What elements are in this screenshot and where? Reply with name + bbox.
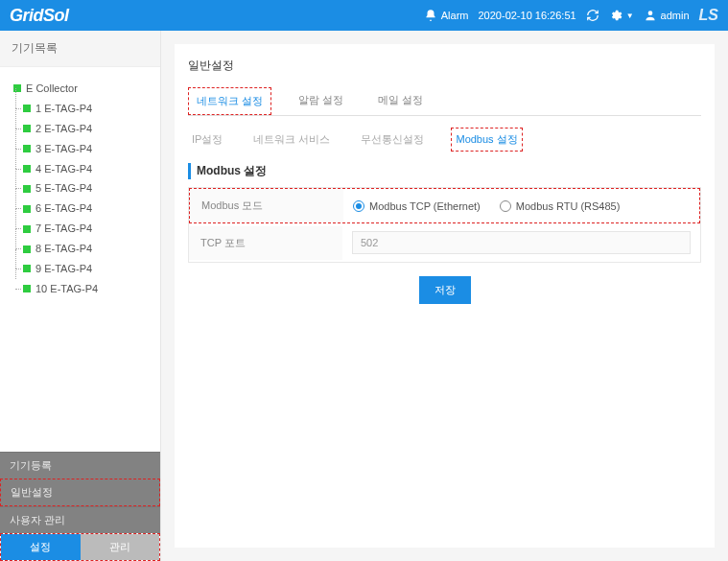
status-icon (23, 225, 31, 233)
user-label: admin (661, 10, 690, 21)
secondary-tabs: IP설정 네트워크 서비스 무선통신설정 Modbus 설정 (188, 128, 701, 152)
status-icon (23, 125, 31, 132)
port-value (342, 223, 700, 262)
tab-alarm[interactable]: 알람 설정 (291, 87, 351, 115)
device-tree: E Collector 1 E-TAG-P4 2 E-TAG-P4 3 E-TA… (0, 67, 160, 452)
alarm-indicator[interactable]: Alarm (424, 9, 469, 22)
status-icon (23, 185, 31, 193)
tree-item[interactable]: 10 E-TAG-P4 (13, 279, 149, 299)
tree-item-label: 6 E-TAG-P4 (35, 199, 92, 219)
tab-modbus[interactable]: Modbus 설정 (451, 128, 522, 152)
bell-icon (424, 9, 437, 22)
tree-root-label: E Collector (26, 79, 78, 99)
tree-item-label: 8 E-TAG-P4 (35, 239, 92, 259)
svg-point-0 (647, 11, 652, 15)
primary-tabs: 네트워크 설정 알람 설정 메일 설정 (188, 87, 701, 116)
status-icon (23, 245, 31, 253)
form-row-mode: Modbus 모드 Modbus TCP (Ethernet) Modbus R… (189, 188, 700, 223)
user-icon (644, 9, 657, 22)
tree-item-label: 1 E-TAG-P4 (35, 99, 92, 119)
status-icon (23, 105, 31, 112)
content-panel: 일반설정 네트워크 설정 알람 설정 메일 설정 IP설정 네트워크 서비스 무… (175, 44, 715, 548)
refresh-icon (586, 9, 599, 22)
sidebar-bottom-menu: 기기등록 일반설정 사용자 관리 설정 관리 (0, 452, 160, 561)
sidebar-title: 기기목록 (0, 31, 160, 67)
user-menu[interactable]: admin (644, 9, 690, 22)
tab-settings[interactable]: 설정 (1, 534, 81, 560)
sidebar-item-general-settings[interactable]: 일반설정 (0, 479, 160, 506)
tree-item-label: 2 E-TAG-P4 (35, 119, 92, 139)
tree-item[interactable]: 3 E-TAG-P4 (13, 139, 149, 159)
tree-item[interactable]: 7 E-TAG-P4 (13, 219, 149, 239)
sidebar-tabs: 설정 관리 (0, 533, 160, 561)
status-icon (23, 145, 31, 152)
ls-logo: LS (699, 7, 718, 24)
radio-label: Modbus RTU (RS485) (516, 200, 621, 212)
tree-item-label: 9 E-TAG-P4 (35, 259, 92, 279)
sidebar-item-device-register[interactable]: 기기등록 (0, 452, 160, 479)
datetime-display: 2020-02-10 16:26:51 (479, 10, 576, 21)
mode-label: Modbus 모드 (190, 189, 343, 222)
form-row-port: TCP 포트 (189, 223, 700, 262)
tree-item-label: 10 E-TAG-P4 (35, 279, 98, 299)
tree-item-label: 3 E-TAG-P4 (35, 139, 92, 159)
form-actions: 저장 (188, 276, 701, 304)
radio-icon (353, 200, 364, 212)
modbus-form: Modbus 모드 Modbus TCP (Ethernet) Modbus R… (188, 187, 701, 263)
save-button[interactable]: 저장 (419, 276, 471, 304)
sidebar-item-user-manage[interactable]: 사용자 관리 (0, 506, 160, 533)
sidebar: 기기목록 E Collector 1 E-TAG-P4 2 E-TAG-P4 3… (0, 31, 161, 561)
tree-item[interactable]: 5 E-TAG-P4 (13, 178, 149, 199)
tree-item-label: 4 E-TAG-P4 (35, 159, 92, 179)
settings-button[interactable]: ▼ (609, 9, 634, 22)
tree-item[interactable]: 2 E-TAG-P4 (13, 119, 149, 139)
tree-item[interactable]: 4 E-TAG-P4 (13, 159, 149, 179)
brand-logo: GridSol (10, 6, 69, 26)
tab-netservice[interactable]: 네트워크 서비스 (249, 129, 334, 151)
radio-icon (500, 200, 511, 212)
tree-item-label: 7 E-TAG-P4 (35, 219, 92, 239)
alarm-label: Alarm (441, 10, 469, 21)
tree-item-label: 5 E-TAG-P4 (35, 178, 92, 199)
radio-modbus-rtu[interactable]: Modbus RTU (RS485) (500, 200, 621, 212)
header: GridSol Alarm 2020-02-10 16:26:51 ▼ admi… (0, 0, 728, 31)
tree-item[interactable]: 9 E-TAG-P4 (13, 259, 149, 279)
gear-icon (609, 9, 622, 22)
tab-network[interactable]: 네트워크 설정 (188, 87, 271, 115)
port-label: TCP 포트 (189, 226, 342, 260)
tree-root[interactable]: E Collector (13, 79, 149, 99)
status-icon (23, 205, 31, 213)
content-area: 일반설정 네트워크 설정 알람 설정 메일 설정 IP설정 네트워크 서비스 무… (161, 31, 728, 561)
tree-item[interactable]: 6 E-TAG-P4 (13, 199, 149, 219)
panel-title: 일반설정 (188, 58, 701, 74)
section-title: Modbus 설정 (188, 163, 701, 179)
tab-manage[interactable]: 관리 (81, 534, 160, 560)
mode-value: Modbus TCP (Ethernet) Modbus RTU (RS485) (343, 193, 699, 220)
tab-wireless[interactable]: 무선통신설정 (357, 129, 428, 151)
tcp-port-input[interactable] (352, 231, 691, 254)
tab-mail[interactable]: 메일 설정 (370, 87, 431, 115)
radio-label: Modbus TCP (Ethernet) (369, 200, 481, 212)
tab-ip[interactable]: IP설정 (188, 129, 226, 151)
status-icon (23, 285, 31, 292)
radio-modbus-tcp[interactable]: Modbus TCP (Ethernet) (353, 200, 481, 212)
refresh-button[interactable] (586, 9, 599, 22)
tree-item[interactable]: 1 E-TAG-P4 (13, 99, 149, 119)
status-icon (23, 165, 31, 173)
status-icon (23, 265, 31, 272)
tree-item[interactable]: 8 E-TAG-P4 (13, 239, 149, 259)
